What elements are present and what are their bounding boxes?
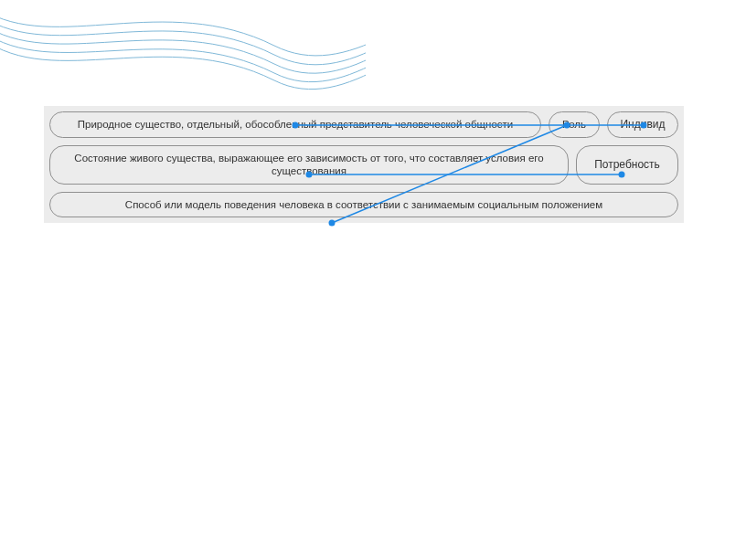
decorative-waves (0, 0, 366, 110)
definition-2[interactable]: Состояние живого существа, выражающее ег… (49, 145, 569, 185)
matching-exercise-panel: Природное существо, отдельный, обособлен… (44, 106, 684, 223)
definition-1[interactable]: Природное существо, отдельный, обособлен… (49, 111, 541, 138)
term-role[interactable]: Роль (549, 111, 600, 138)
term-individ[interactable]: Индивид (607, 111, 678, 138)
row-2: Состояние живого существа, выражающее ег… (49, 145, 678, 185)
row-3: Способ или модель поведения человека в с… (49, 192, 678, 217)
definition-3[interactable]: Способ или модель поведения человека в с… (49, 192, 678, 217)
row-1: Природное существо, отдельный, обособлен… (49, 111, 678, 138)
term-need[interactable]: Потребность (576, 145, 678, 185)
